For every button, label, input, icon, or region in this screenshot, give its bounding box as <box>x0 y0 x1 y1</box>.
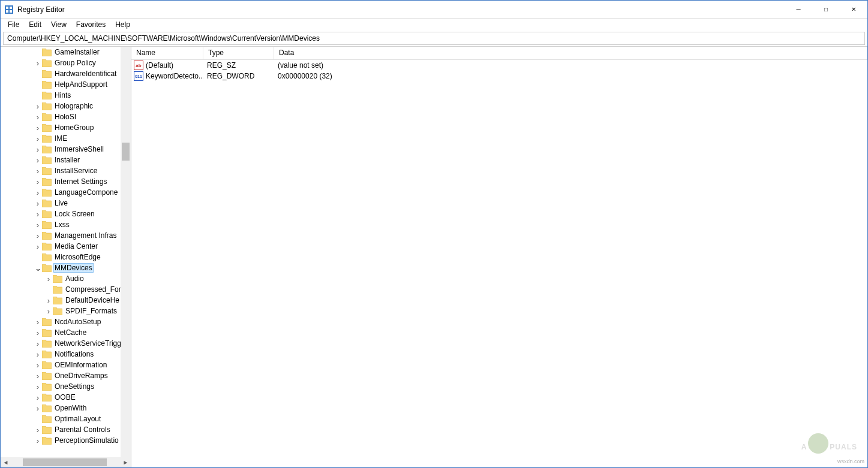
maximize-button[interactable]: □ <box>812 1 840 18</box>
folder-icon <box>42 415 52 423</box>
chevron-right-icon[interactable]: › <box>34 382 41 391</box>
tree-item[interactable]: OptimalLayout <box>1 413 131 424</box>
chevron-right-icon[interactable]: › <box>34 318 41 327</box>
menu-edit[interactable]: Edit <box>24 19 46 30</box>
menu-view[interactable]: View <box>46 19 71 30</box>
tree-item[interactable]: ›Parental Controls <box>1 424 131 435</box>
tree-item-label: HelpAndSupport <box>53 80 109 89</box>
tree-item-label: Management Infras <box>53 231 118 240</box>
tree-item[interactable]: ›OneDriveRamps <box>1 370 131 381</box>
tree-item[interactable]: ›OEMInformation <box>1 360 131 370</box>
tree-item[interactable]: ›SPDIF_Formats <box>1 306 131 316</box>
chevron-right-icon[interactable]: › <box>34 199 41 208</box>
chevron-right-icon[interactable]: › <box>34 372 41 381</box>
chevron-right-icon[interactable]: › <box>34 134 41 143</box>
tree-item[interactable]: ›Internet Settings <box>1 176 131 187</box>
window-title: Registry Editor <box>17 5 785 14</box>
title-bar[interactable]: Registry Editor ─ □ ✕ <box>1 1 867 19</box>
tree-item[interactable]: ›Audio <box>1 273 131 284</box>
chevron-right-icon[interactable]: › <box>34 188 41 197</box>
tree-item[interactable]: ›Notifications <box>1 349 131 360</box>
tree-item[interactable]: ›Management Infras <box>1 230 131 241</box>
chevron-right-icon[interactable]: › <box>34 113 41 122</box>
chevron-right-icon[interactable]: › <box>34 339 41 348</box>
chevron-right-icon[interactable]: › <box>34 425 41 434</box>
tree-item[interactable]: ›Holographic <box>1 101 131 111</box>
list-row[interactable]: 011KeywordDetecto...REG_DWORD0x00000020 … <box>131 71 867 81</box>
tree-item[interactable]: ›DefaultDeviceHe <box>1 295 131 306</box>
address-bar[interactable]: Computer\HKEY_LOCAL_MACHINE\SOFTWARE\Mic… <box>3 32 865 45</box>
chevron-right-icon[interactable]: › <box>45 274 52 283</box>
chevron-right-icon[interactable]: › <box>34 328 41 337</box>
tree-item[interactable]: ›Installer <box>1 155 131 165</box>
menu-file[interactable]: File <box>3 19 24 30</box>
tree-item[interactable]: ›Group Policy <box>1 58 131 68</box>
close-button[interactable]: ✕ <box>840 1 867 18</box>
tree-item[interactable]: ›ImmersiveShell <box>1 144 131 155</box>
column-header-name[interactable]: Name <box>131 47 203 59</box>
chevron-right-icon[interactable]: › <box>34 102 41 111</box>
window-frame: Registry Editor ─ □ ✕ File Edit View Fav… <box>0 0 868 468</box>
chevron-right-icon[interactable]: › <box>34 59 41 68</box>
scroll-arrow-left[interactable]: ◄ <box>1 459 11 466</box>
tree-item[interactable]: ›NetCache <box>1 327 131 338</box>
chevron-right-icon[interactable]: › <box>34 145 41 154</box>
chevron-right-icon[interactable]: › <box>34 167 41 176</box>
chevron-right-icon[interactable]: › <box>34 436 41 445</box>
chevron-right-icon[interactable]: › <box>34 393 41 402</box>
minimize-button[interactable]: ─ <box>785 1 812 18</box>
tree-item[interactable]: ›HomeGroup <box>1 122 131 133</box>
tree-scrollbar-vertical[interactable] <box>121 47 131 457</box>
tree-item[interactable]: ›Lxss <box>1 219 131 230</box>
scroll-thumb-vertical[interactable] <box>122 143 130 161</box>
tree-item[interactable]: ›LanguageCompone <box>1 187 131 198</box>
tree-item-label: Lxss <box>53 221 71 229</box>
chevron-right-icon[interactable]: › <box>34 210 41 219</box>
chevron-right-icon[interactable]: › <box>34 123 41 132</box>
tree-item[interactable]: ›IME <box>1 133 131 144</box>
tree-item[interactable]: ›OOBE <box>1 392 131 403</box>
chevron-right-icon[interactable]: › <box>34 350 41 359</box>
tree-scrollbar-horizontal[interactable]: ◄ ► <box>1 457 131 467</box>
menu-favorites[interactable]: Favorites <box>71 19 110 30</box>
tree-item[interactable]: HardwareIdentificat <box>1 68 131 79</box>
chevron-right-icon[interactable]: › <box>45 307 52 316</box>
chevron-down-icon[interactable]: ⌄ <box>34 264 41 273</box>
tree-item-label: GameInstaller <box>53 48 101 56</box>
column-header-data[interactable]: Data <box>274 47 867 59</box>
tree-item[interactable]: ›HoloSI <box>1 111 131 122</box>
chevron-right-icon[interactable]: › <box>34 404 41 413</box>
tree-item[interactable]: Compressed_For <box>1 284 131 295</box>
chevron-right-icon[interactable]: › <box>34 177 41 186</box>
folder-icon <box>42 232 52 240</box>
chevron-right-icon[interactable]: › <box>34 361 41 370</box>
scroll-thumb-horizontal[interactable] <box>23 458 107 466</box>
menu-help[interactable]: Help <box>110 19 135 30</box>
list-row[interactable]: ab(Default)REG_SZ(value not set) <box>131 60 867 71</box>
chevron-right-icon[interactable]: › <box>34 221 41 230</box>
chevron-right-icon[interactable]: › <box>34 242 41 251</box>
tree-item[interactable]: ›Live <box>1 198 131 209</box>
tree-body[interactable]: GameInstaller›Group PolicyHardwareIdenti… <box>1 47 131 457</box>
tree-item[interactable]: MicrosoftEdge <box>1 252 131 262</box>
tree-item[interactable]: ›NcdAutoSetup <box>1 316 131 327</box>
chevron-right-icon[interactable]: › <box>34 231 41 240</box>
tree-item[interactable]: ›Media Center <box>1 241 131 252</box>
tree-item[interactable]: HelpAndSupport <box>1 79 131 90</box>
tree-item[interactable]: Hints <box>1 90 131 101</box>
chevron-right-icon[interactable]: › <box>34 156 41 165</box>
tree-item[interactable]: ›PerceptionSimulatio <box>1 435 131 446</box>
tree-item[interactable]: ›Lock Screen <box>1 209 131 219</box>
folder-icon <box>42 318 52 326</box>
folder-icon <box>42 156 52 164</box>
tree-item[interactable]: ›OpenWith <box>1 403 131 413</box>
tree-item[interactable]: GameInstaller <box>1 47 131 58</box>
chevron-right-icon[interactable]: › <box>45 296 52 305</box>
column-header-type[interactable]: Type <box>203 47 274 59</box>
scroll-arrow-right[interactable]: ► <box>121 459 131 466</box>
list-body[interactable]: ab(Default)REG_SZ(value not set)011Keywo… <box>131 60 867 81</box>
tree-item[interactable]: ›InstallService <box>1 165 131 176</box>
tree-item[interactable]: ›OneSettings <box>1 381 131 392</box>
tree-item[interactable]: ⌄MMDevices <box>1 262 131 273</box>
tree-item[interactable]: ›NetworkServiceTrigg <box>1 338 131 349</box>
